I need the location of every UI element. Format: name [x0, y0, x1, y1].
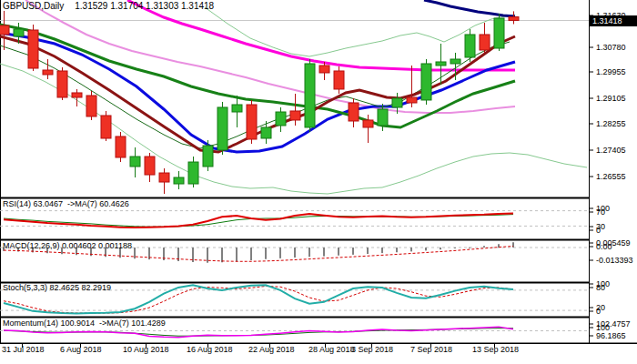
time-axis[interactable]: 31 Jul 20186 Aug 201810 Aug 201816 Aug 2… [0, 345, 637, 359]
macd-histogram-bar [294, 248, 296, 258]
macd-histogram-bar [440, 248, 441, 249]
ohlc-readout: 1.31529 1.31704 1.31303 1.31418 [75, 1, 214, 11]
candle-body [494, 18, 504, 48]
candle-body [334, 71, 344, 89]
time-axis-label: 28 Aug 2018 [308, 345, 355, 354]
macd-histogram-bar [265, 248, 267, 259]
candle-body [72, 93, 82, 97]
price-scale[interactable]: 1.31418 1.316301.307801.299551.291051.28… [590, 0, 637, 364]
candle-body [407, 97, 417, 103]
candle-body [28, 30, 38, 68]
candle-body [232, 105, 242, 112]
stoch-panel-label: Stoch(5,3,3) 82.4625 82.2919 [3, 283, 111, 292]
rsi-panel-label: RSI(14) 63.0467 ->MA(7) 60.4626 [3, 199, 129, 208]
trading-chart-window: GBPUSD,Daily1.31529 1.31704 1.31303 1.31… [0, 0, 637, 364]
candle-body [290, 111, 300, 120]
macd-scale-label: 0.00 [596, 242, 612, 251]
macd-panel-label: MACD(12,26,9) 0.004602 0.001188 [3, 241, 132, 250]
candle-body [261, 127, 271, 138]
candle-body [480, 35, 490, 50]
macd-histogram-bar [236, 248, 238, 261]
macd-histogram-bar [352, 248, 354, 255]
candle-body [174, 177, 184, 184]
candle-body [319, 66, 329, 73]
time-axis-label: 13 Sep 2018 [472, 345, 519, 354]
macd-histogram-bar [207, 248, 208, 263]
envelope-palegreen-lower [0, 64, 587, 194]
candle-body [349, 103, 359, 121]
price-scale-label: 1.27405 [596, 146, 626, 155]
price-scale-label: 1.28255 [596, 119, 626, 128]
rsi-line [4, 214, 513, 228]
time-axis-label: 22 Aug 2018 [248, 345, 295, 354]
macd-histogram-bar [323, 248, 325, 257]
chart-left-border [0, 0, 1, 343]
candle-body [276, 112, 286, 126]
candle-body [57, 71, 67, 97]
macd-histogram-bar [134, 248, 136, 258]
candle-body [130, 157, 140, 167]
price-scale-label: 1.31630 [596, 11, 626, 20]
candle-body [509, 17, 519, 21]
symbol-period-label: GBPUSD,Daily [3, 1, 64, 11]
candle-body [159, 173, 169, 182]
macd-histogram-bar [396, 248, 398, 252]
time-axis-label: 10 Aug 2018 [123, 345, 169, 354]
candle-body [145, 157, 155, 175]
chart-canvas[interactable] [0, 0, 637, 364]
macd-histogram-bar [308, 248, 310, 257]
macd-histogram-bar [279, 248, 281, 258]
candle-body [217, 107, 228, 150]
macd-histogram-bar [425, 248, 427, 250]
candle-body [450, 59, 460, 64]
ma-navy [424, 0, 515, 16]
ma-green [0, 25, 515, 127]
macd-histogram-bar [483, 246, 485, 248]
candle-body [363, 120, 373, 127]
time-axis-label: 31 Jul 2018 [2, 345, 45, 354]
momentum-line [4, 327, 513, 338]
candle-body [378, 109, 388, 126]
time-axis-label: 7 Sep 2018 [410, 345, 452, 354]
time-axis-label: 6 Aug 2018 [60, 345, 102, 354]
momentum-scale-label: 96.1865 [596, 331, 626, 340]
candle-body [43, 70, 53, 75]
macd-histogram-bar [221, 248, 223, 262]
candle-body [116, 136, 126, 157]
rsi-scale-label: 70 [596, 207, 605, 217]
macd-histogram-bar [469, 248, 470, 248]
price-scale-label: 1.29105 [596, 94, 626, 103]
momentum-panel-label: Momentum(14) 100.9014 ->MA(7) 101.4289 [3, 318, 166, 328]
candle-body [421, 64, 431, 100]
stoch-scale-label: 80 [596, 283, 605, 292]
candle-body [305, 64, 315, 127]
macd-histogram-bar [512, 242, 514, 248]
chart-title: GBPUSD,Daily1.31529 1.31704 1.31303 1.31… [3, 1, 214, 11]
candle-body [101, 116, 111, 138]
rsi-scale-label: 0 [596, 226, 601, 235]
candle-body [247, 105, 257, 139]
candle-body [203, 146, 213, 167]
macd-scale-label: -0.013393 [596, 256, 633, 265]
candle-body [436, 62, 446, 66]
macd-histogram-bar [381, 248, 383, 253]
macd-histogram-bar [410, 248, 412, 251]
macd-histogram-bar [367, 248, 369, 254]
candle-body [465, 35, 475, 57]
price-scale-label: 1.26555 [596, 172, 626, 181]
time-axis-label: 3 Sep 2018 [351, 345, 393, 354]
candle-body [14, 29, 24, 36]
stoch-scale-label: 0 [596, 307, 601, 316]
axis-border [0, 343, 637, 345]
candle-body [86, 96, 96, 116]
candle-body [188, 162, 198, 184]
macd-histogram-bar [338, 248, 339, 256]
price-scale-label: 1.30780 [596, 43, 626, 52]
candle-body [392, 98, 402, 107]
price-scale-label: 1.29955 [596, 67, 626, 76]
time-axis-label: 16 Aug 2018 [187, 345, 233, 354]
macd-histogram-bar [250, 248, 252, 260]
candle-body [0, 25, 9, 35]
macd-histogram-bar [454, 248, 456, 248]
